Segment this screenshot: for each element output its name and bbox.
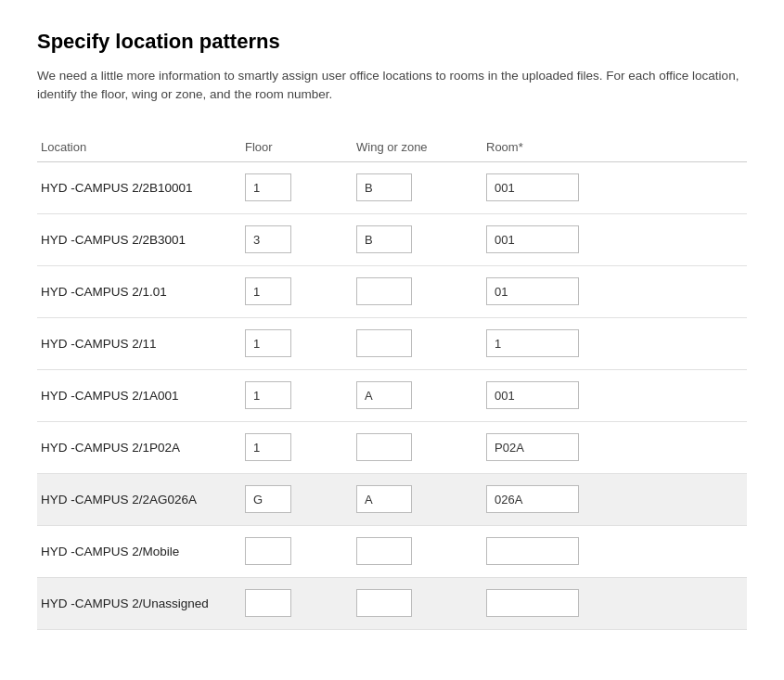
location-cell-5: HYD -CAMPUS 2/1A001 (41, 389, 245, 403)
floor-input-3[interactable] (245, 277, 291, 305)
table-row: HYD -CAMPUS 2/2B10001 (37, 162, 747, 214)
table-row: HYD -CAMPUS 2/11 (37, 318, 747, 370)
floor-input-8[interactable] (245, 537, 291, 565)
page-description: We need a little more information to sma… (37, 67, 747, 105)
table-row: HYD -CAMPUS 2/1P02A (37, 422, 747, 474)
floor-input-7[interactable] (245, 485, 291, 513)
header-location: Location (41, 140, 245, 154)
room-input-9[interactable] (486, 589, 579, 617)
wing-input-6[interactable] (356, 433, 412, 461)
location-cell-2: HYD -CAMPUS 2/2B3001 (41, 233, 245, 247)
header-wing: Wing or zone (356, 140, 486, 154)
location-cell-4: HYD -CAMPUS 2/11 (41, 337, 245, 351)
room-input-3[interactable] (486, 277, 579, 305)
table-row: HYD -CAMPUS 2/1A001 (37, 370, 747, 422)
floor-input-6[interactable] (245, 433, 291, 461)
table-body: HYD -CAMPUS 2/2B10001 HYD -CAMPUS 2/2B30… (37, 162, 747, 630)
table-row: HYD -CAMPUS 2/2AG026A (37, 474, 747, 526)
wing-input-2[interactable] (356, 225, 412, 253)
wing-input-5[interactable] (356, 381, 412, 409)
floor-input-9[interactable] (245, 589, 291, 617)
header-room: Room* (486, 140, 635, 154)
table-row: HYD -CAMPUS 2/1.01 (37, 266, 747, 318)
wing-input-4[interactable] (356, 329, 412, 357)
location-cell-9: HYD -CAMPUS 2/Unassigned (41, 597, 245, 610)
wing-input-3[interactable] (356, 277, 412, 305)
header-floor: Floor (245, 140, 356, 154)
table-row: HYD -CAMPUS 2/Unassigned (37, 578, 747, 630)
location-table: Location Floor Wing or zone Room* HYD -C… (37, 133, 747, 630)
floor-input-5[interactable] (245, 381, 291, 409)
location-cell-6: HYD -CAMPUS 2/1P02A (41, 441, 245, 455)
wing-input-8[interactable] (356, 537, 412, 565)
room-input-1[interactable] (486, 173, 579, 201)
floor-input-1[interactable] (245, 173, 291, 201)
room-input-2[interactable] (486, 225, 579, 253)
location-cell-7: HYD -CAMPUS 2/2AG026A (41, 493, 245, 507)
table-row: HYD -CAMPUS 2/2B3001 (37, 214, 747, 266)
room-input-8[interactable] (486, 537, 579, 565)
location-cell-8: HYD -CAMPUS 2/Mobile (41, 545, 245, 558)
location-cell-1: HYD -CAMPUS 2/2B10001 (41, 181, 245, 195)
location-cell-3: HYD -CAMPUS 2/1.01 (41, 285, 245, 299)
wing-input-9[interactable] (356, 589, 412, 617)
table-header: Location Floor Wing or zone Room* (37, 133, 747, 162)
wing-input-7[interactable] (356, 485, 412, 513)
room-input-7[interactable] (486, 485, 579, 513)
room-input-4[interactable] (486, 329, 579, 357)
page-title: Specify location patterns (37, 30, 747, 54)
floor-input-2[interactable] (245, 225, 291, 253)
room-input-6[interactable] (486, 433, 579, 461)
table-row: HYD -CAMPUS 2/Mobile (37, 526, 747, 578)
floor-input-4[interactable] (245, 329, 291, 357)
wing-input-1[interactable] (356, 173, 412, 201)
room-input-5[interactable] (486, 381, 579, 409)
